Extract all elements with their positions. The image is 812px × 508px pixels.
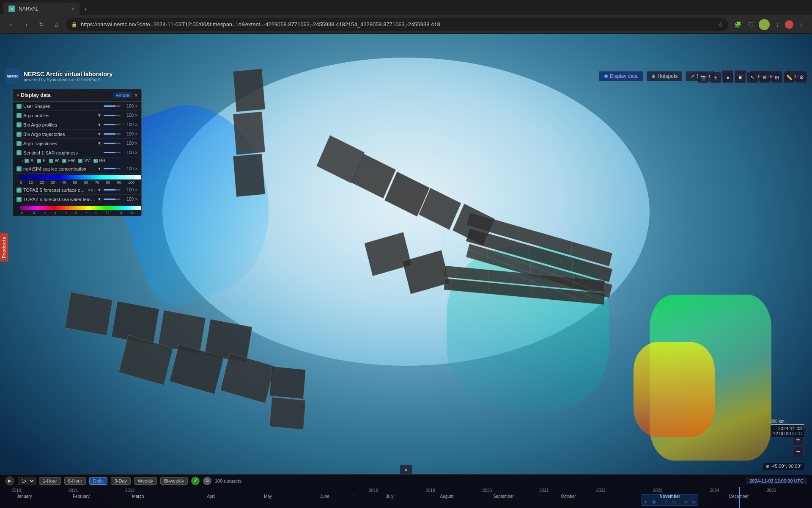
- display-data-button[interactable]: Display data: [599, 71, 643, 81]
- tab-close-button[interactable]: ×: [71, 6, 74, 12]
- layer-row-topaz-current[interactable]: ✓ TOPAZ 5 forecast surface current strea…: [13, 185, 141, 195]
- sar-ew-check[interactable]: ✓: [62, 159, 66, 163]
- layer-row-bio-argo-profiles[interactable]: ✓ Bio Argo profiles ▼ 100 ×: [13, 120, 141, 130]
- remove-topaz-temp[interactable]: ×: [135, 196, 138, 202]
- more-button[interactable]: +more: [113, 92, 132, 98]
- sar-w-check[interactable]: ✓: [49, 159, 53, 163]
- address-bar[interactable]: 🔒 https://narval.nersc.no/?date=2024-11-…: [66, 18, 728, 31]
- timeline-cursor[interactable]: [739, 487, 740, 508]
- layer-row-topaz-temp[interactable]: ✓ TOPAZ 5 forecast sea water temperature…: [13, 195, 141, 204]
- active-tab[interactable]: N NARVAL ×: [3, 3, 80, 15]
- checkbox-bio-argo-profiles[interactable]: ✓: [16, 122, 22, 127]
- opacity-slider-topaz-current[interactable]: [104, 189, 121, 190]
- remove-nextsim[interactable]: ×: [135, 166, 138, 172]
- new-tab-button[interactable]: +: [80, 3, 91, 15]
- time-btn-6hour[interactable]: 6-Hour: [64, 477, 86, 485]
- timeline-collapse-button[interactable]: ▲: [400, 465, 412, 474]
- tool-measure[interactable]: 📏: [784, 72, 795, 83]
- opacity-slider-topaz-temp[interactable]: [104, 199, 121, 200]
- checkbox-user-shapes[interactable]: ✓: [16, 104, 22, 109]
- tool-settings[interactable]: ⚙: [796, 72, 807, 83]
- panel-close-button[interactable]: ×: [134, 92, 138, 99]
- opacity-slider-argo-profiles[interactable]: [104, 115, 121, 116]
- tool-draw-circle[interactable]: ●: [722, 72, 733, 83]
- layer-label-topaz-current: TOPAZ 5 forecast surface current streaml…: [23, 188, 86, 193]
- timeline-bar[interactable]: ▶ 1x 2x 4x 1-Hour 6-Hour Daily 3-Day Wee…: [0, 474, 812, 508]
- remove-argo-traj[interactable]: ×: [135, 141, 138, 146]
- settings-icon[interactable]: ⋮: [795, 19, 807, 30]
- profile-icon[interactable]: [759, 19, 770, 30]
- panel-header[interactable]: + Display data +more ×: [13, 89, 141, 102]
- hotspots-button[interactable]: ⊕ Hotspots: [647, 71, 682, 81]
- extensions-icon[interactable]: 🧩: [732, 19, 743, 30]
- timeline-track[interactable]: 2010 2011 2012 2018 2019 2020 2021 2022 …: [0, 487, 812, 508]
- checkbox-topaz-current[interactable]: ✓: [16, 188, 22, 193]
- products-tab-button[interactable]: Products: [0, 233, 8, 261]
- tool-target[interactable]: ⊕: [759, 72, 770, 83]
- datasets-count: 100 datasets: [215, 478, 241, 483]
- layer-row-nextsim[interactable]: ✓ neXtSIM sea ice concentration ▼ 100 ×: [13, 164, 141, 174]
- time-btn-1hour[interactable]: 1-Hour: [39, 477, 61, 485]
- play-button[interactable]: ▶: [5, 476, 14, 486]
- products-tab-container[interactable]: Products: [0, 230, 8, 264]
- shield-icon[interactable]: 🛡: [745, 19, 757, 30]
- time-btn-biweekly[interactable]: Bi-weekly: [160, 477, 188, 485]
- remove-argo-profiles[interactable]: ×: [135, 113, 138, 119]
- sar-b-check[interactable]: ✓: [37, 159, 41, 163]
- layer-row-bio-argo-traj[interactable]: ✓ Bio Argo trajectories ▼ 100 ×: [13, 130, 141, 139]
- checkbox-bio-argo-traj[interactable]: ✓: [16, 132, 22, 137]
- nextsim-scale-row: 0102030405060708090100: [13, 174, 141, 185]
- layer-label-argo-traj: Argo trajectories: [23, 141, 96, 146]
- zoom-out-button[interactable]: −: [793, 446, 804, 457]
- tool-draw-square[interactable]: ■: [735, 72, 746, 83]
- opacity-slider-bio-argo-profiles[interactable]: [104, 124, 121, 125]
- forward-button[interactable]: ›: [20, 19, 32, 30]
- opacity-slider-bio-argo-traj[interactable]: [104, 133, 121, 135]
- remove-topaz-current[interactable]: ×: [135, 187, 138, 193]
- remove-sentinel-sar[interactable]: ×: [135, 150, 138, 156]
- remove-user-shapes[interactable]: ×: [135, 103, 138, 109]
- remove-bio-argo-traj[interactable]: ×: [135, 131, 138, 137]
- opacity-slider-user-shapes[interactable]: [104, 105, 121, 107]
- refresh-button[interactable]: ↻: [36, 19, 47, 30]
- bio-argo-traj-icon: ▼: [97, 132, 102, 136]
- year-2019: 2019: [425, 488, 435, 493]
- back-button[interactable]: ‹: [5, 19, 17, 30]
- tool-camera[interactable]: 📷: [698, 72, 709, 83]
- sync-icon[interactable]: ↕: [771, 19, 783, 30]
- bookmark-icon[interactable]: ☆: [718, 21, 723, 28]
- logo-icon: NERSC: [5, 69, 20, 84]
- opacity-slider-sentinel-sar[interactable]: [104, 152, 121, 153]
- time-btn-3day[interactable]: 3-Day: [111, 477, 131, 485]
- topaz-temp-color-scale: [20, 206, 141, 210]
- sar-hh-check[interactable]: ✓: [93, 159, 98, 163]
- layer-row-sentinel-sar[interactable]: ✓ Sentinel 1 SAR roughness 100 ×: [13, 148, 141, 157]
- layer-row-user-shapes[interactable]: ✓ User Shapes 100 ×: [13, 102, 141, 111]
- checkbox-argo-profiles[interactable]: ✓: [16, 113, 22, 118]
- month-october: October: [561, 494, 576, 499]
- tool-cursor[interactable]: ↖: [747, 72, 758, 83]
- time-btn-daily[interactable]: Daily: [89, 477, 107, 485]
- layer-row-argo-traj[interactable]: ✓ Argo trajectories ▼ 100 ×: [13, 139, 141, 148]
- refresh-icon[interactable]: ↻: [203, 477, 211, 485]
- sar-vv-check[interactable]: ✓: [78, 159, 82, 163]
- home-button[interactable]: ⌂: [51, 19, 63, 30]
- opacity-slider-argo-traj[interactable]: [104, 143, 121, 144]
- sar-expand-icon[interactable]: ›: [22, 158, 23, 163]
- checkbox-sentinel-sar[interactable]: ✓: [16, 150, 22, 155]
- sar-a-check[interactable]: ✓: [25, 159, 29, 163]
- tool-grid[interactable]: ⊞: [771, 72, 782, 83]
- checkbox-argo-traj[interactable]: ✓: [16, 141, 22, 146]
- layer-row-argo-profiles[interactable]: ✓ Argo profiles ▼ 100 ×: [13, 111, 141, 120]
- map-container[interactable]: NERSC NERSC Arctic virtual laboratory po…: [0, 34, 812, 508]
- checkbox-topaz-temp[interactable]: ✓: [16, 197, 22, 202]
- remove-bio-argo-profiles[interactable]: ×: [135, 122, 138, 128]
- tool-layers[interactable]: ⊞: [710, 72, 721, 83]
- time-btn-weekly[interactable]: Weekly: [134, 477, 157, 485]
- notification-icon[interactable]: [785, 20, 793, 29]
- checkbox-nextsim[interactable]: ✓: [16, 166, 22, 171]
- display-dot: [604, 75, 608, 78]
- opacity-slider-nextsim[interactable]: [104, 168, 121, 169]
- speed-selector[interactable]: 1x 2x 4x: [18, 477, 36, 485]
- opacity-pct-nextsim: 100: [122, 166, 134, 171]
